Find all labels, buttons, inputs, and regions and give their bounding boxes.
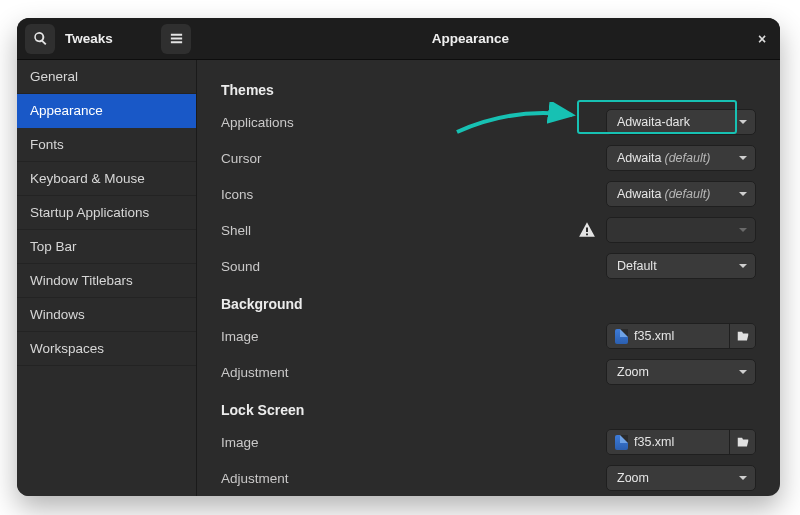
section-title-lockscreen: Lock Screen [221, 402, 756, 418]
titlebar-left: Tweaks [17, 24, 197, 54]
row-ls-image: Image f35.xml [221, 424, 756, 460]
row-applications: Applications Adwaita-dark [221, 104, 756, 140]
chevron-down-icon [739, 228, 747, 232]
menu-button[interactable] [161, 24, 191, 54]
icons-theme-dropdown[interactable]: Adwaita(default) [606, 181, 756, 207]
row-sound: Sound Default [221, 248, 756, 284]
cursor-theme-value: Adwaita(default) [617, 151, 733, 165]
applications-theme-value: Adwaita-dark [617, 115, 733, 129]
sidebar-item-window-titlebars[interactable]: Window Titlebars [17, 264, 196, 298]
chevron-down-icon [739, 476, 747, 480]
label-applications: Applications [221, 115, 421, 130]
sound-theme-dropdown[interactable]: Default [606, 253, 756, 279]
label-sound: Sound [221, 259, 421, 274]
background-adjustment-value: Zoom [617, 365, 733, 379]
chevron-down-icon [739, 156, 747, 160]
label-icons: Icons [221, 187, 421, 202]
section-background: Background Image f35.xml [221, 296, 756, 390]
label-bg-adjustment: Adjustment [221, 365, 421, 380]
hamburger-icon [169, 31, 184, 46]
lockscreen-image-value: f35.xml [634, 435, 674, 449]
applications-theme-dropdown[interactable]: Adwaita-dark [606, 109, 756, 135]
chevron-down-icon [739, 264, 747, 268]
row-bg-adjustment: Adjustment Zoom [221, 354, 756, 390]
label-shell: Shell [221, 223, 421, 238]
file-icon [615, 329, 628, 344]
lockscreen-adjustment-dropdown[interactable]: Zoom [606, 465, 756, 491]
sidebar-item-windows[interactable]: Windows [17, 298, 196, 332]
sidebar-item-startup-applications[interactable]: Startup Applications [17, 196, 196, 230]
sidebar-item-appearance[interactable]: Appearance [17, 94, 196, 128]
chevron-down-icon [739, 370, 747, 374]
folder-open-icon [736, 435, 750, 449]
sidebar-item-top-bar[interactable]: Top Bar [17, 230, 196, 264]
cursor-theme-dropdown[interactable]: Adwaita(default) [606, 145, 756, 171]
search-button[interactable] [25, 24, 55, 54]
section-title-background: Background [221, 296, 756, 312]
sidebar-item-workspaces[interactable]: Workspaces [17, 332, 196, 366]
page-title: Appearance [197, 31, 744, 46]
row-cursor: Cursor Adwaita(default) [221, 140, 756, 176]
app-title: Tweaks [61, 31, 113, 46]
icons-theme-value: Adwaita(default) [617, 187, 733, 201]
tweaks-window: Tweaks Appearance × General Appearance F… [17, 18, 780, 496]
section-title-themes: Themes [221, 82, 756, 98]
background-image-browse-button[interactable] [729, 324, 755, 348]
lockscreen-image-main[interactable]: f35.xml [607, 430, 729, 454]
warning-icon [578, 221, 596, 239]
content-pane: Themes Applications Adwaita-dark Cursor … [197, 60, 780, 496]
label-ls-adjustment: Adjustment [221, 471, 421, 486]
label-bg-image: Image [221, 329, 421, 344]
label-ls-image: Image [221, 435, 421, 450]
chevron-down-icon [739, 120, 747, 124]
file-icon [615, 435, 628, 450]
sidebar-item-general[interactable]: General [17, 60, 196, 94]
sidebar: General Appearance Fonts Keyboard & Mous… [17, 60, 197, 496]
row-bg-image: Image f35.xml [221, 318, 756, 354]
chevron-down-icon [739, 192, 747, 196]
background-image-value: f35.xml [634, 329, 674, 343]
folder-open-icon [736, 329, 750, 343]
row-icons: Icons Adwaita(default) [221, 176, 756, 212]
background-adjustment-dropdown[interactable]: Zoom [606, 359, 756, 385]
row-shell: Shell [221, 212, 756, 248]
section-themes: Themes Applications Adwaita-dark Cursor … [221, 82, 756, 284]
titlebar: Tweaks Appearance × [17, 18, 780, 60]
section-lockscreen: Lock Screen Image f35.xml [221, 402, 756, 496]
background-image-main[interactable]: f35.xml [607, 324, 729, 348]
sound-theme-value: Default [617, 259, 733, 273]
lockscreen-image-chooser[interactable]: f35.xml [606, 429, 756, 455]
sidebar-item-keyboard-mouse[interactable]: Keyboard & Mouse [17, 162, 196, 196]
background-image-chooser[interactable]: f35.xml [606, 323, 756, 349]
lockscreen-adjustment-value: Zoom [617, 471, 733, 485]
label-cursor: Cursor [221, 151, 421, 166]
close-icon: × [758, 31, 766, 47]
row-ls-adjustment: Adjustment Zoom [221, 460, 756, 496]
close-button[interactable]: × [758, 31, 766, 47]
search-icon [33, 31, 48, 46]
lockscreen-image-browse-button[interactable] [729, 430, 755, 454]
sidebar-item-fonts[interactable]: Fonts [17, 128, 196, 162]
shell-theme-dropdown [606, 217, 756, 243]
